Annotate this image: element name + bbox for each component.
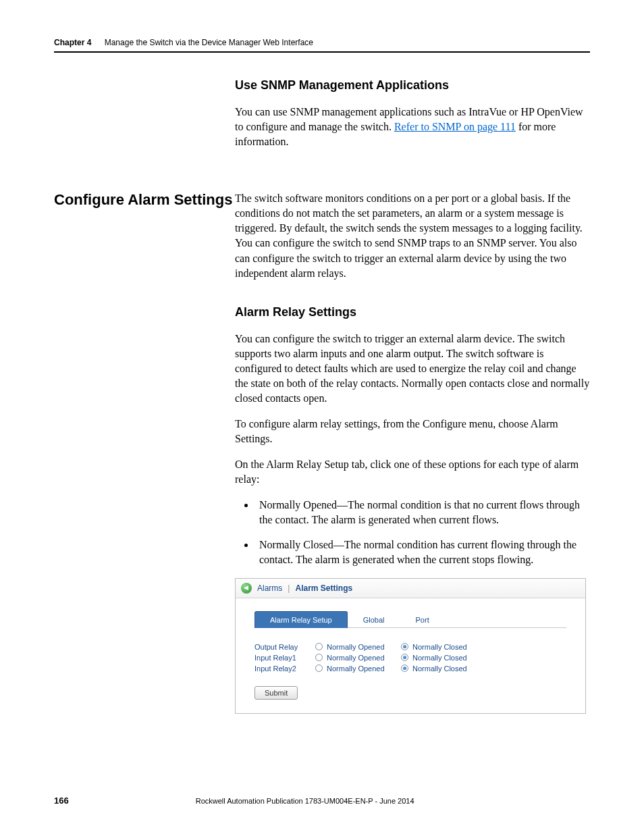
submit-button[interactable]: Submit bbox=[254, 686, 298, 700]
page-number: 166 bbox=[54, 796, 69, 806]
radio-normally-closed[interactable] bbox=[401, 643, 408, 650]
alarm-relay-bullets: Normally Opened—The normal condition is … bbox=[255, 498, 590, 567]
radio-label: Normally Closed bbox=[412, 654, 483, 662]
page-header: Chapter 4 Manage the Switch via the Devi… bbox=[54, 38, 590, 53]
radio-normally-opened[interactable] bbox=[315, 664, 323, 672]
radio-label: Normally Opened bbox=[327, 654, 397, 662]
alarm-relay-p1: You can configure the switch to trigger … bbox=[235, 332, 590, 406]
tab-port[interactable]: Port bbox=[400, 611, 445, 628]
page-footer: 166 Rockwell Automation Publication 1783… bbox=[54, 796, 590, 806]
radio-normally-opened[interactable] bbox=[315, 654, 323, 661]
breadcrumb-current: Alarm Settings bbox=[295, 583, 352, 593]
radio-normally-closed[interactable] bbox=[401, 654, 408, 661]
relay-label: Input Relay1 bbox=[254, 654, 311, 662]
relay-row-input2: Input Relay2 Normally Opened Normally Cl… bbox=[254, 664, 566, 673]
radio-label: Normally Closed bbox=[412, 664, 483, 673]
relay-grid: Output Relay Normally Opened Normally Cl… bbox=[254, 643, 566, 673]
breadcrumb-parent[interactable]: Alarms bbox=[257, 583, 282, 593]
list-item: Normally Opened—The normal condition is … bbox=[255, 498, 587, 527]
tab-alarm-relay-setup[interactable]: Alarm Relay Setup bbox=[254, 611, 348, 628]
alarm-relay-p3: On the Alarm Relay Setup tab, click one … bbox=[235, 457, 590, 487]
relay-label: Input Relay2 bbox=[254, 664, 311, 673]
back-icon[interactable] bbox=[241, 583, 252, 594]
alarm-relay-p2: To configure alarm relay settings, from … bbox=[235, 417, 590, 446]
page-content: Use SNMP Management Applications You can… bbox=[54, 68, 590, 714]
snmp-paragraph: You can use SNMP management applications… bbox=[235, 105, 590, 149]
heading-snmp: Use SNMP Management Applications bbox=[235, 78, 590, 93]
list-item: Normally Closed—The normal condition has… bbox=[255, 538, 587, 567]
relay-row-output: Output Relay Normally Opened Normally Cl… bbox=[254, 643, 566, 651]
snmp-link[interactable]: Refer to SNMP on page 111 bbox=[394, 121, 516, 132]
breadcrumb: Alarms | Alarm Settings bbox=[236, 579, 585, 598]
chapter-label: Chapter 4 bbox=[54, 38, 91, 47]
radio-label: Normally Closed bbox=[412, 643, 483, 651]
relay-row-input1: Input Relay1 Normally Opened Normally Cl… bbox=[254, 654, 566, 662]
configure-paragraph: The switch software monitors conditions … bbox=[235, 191, 590, 280]
relay-label: Output Relay bbox=[254, 643, 311, 651]
chapter-title: Manage the Switch via the Device Manager… bbox=[105, 38, 313, 47]
publication-info: Rockwell Automation Publication 1783-UM0… bbox=[196, 797, 414, 805]
heading-alarm-relay: Alarm Relay Settings bbox=[235, 305, 590, 319]
heading-configure-alarm: Configure Alarm Settings bbox=[54, 191, 232, 209]
radio-label: Normally Opened bbox=[327, 664, 397, 673]
alarm-settings-screenshot: Alarms | Alarm Settings Alarm Relay Setu… bbox=[235, 578, 586, 714]
radio-normally-closed[interactable] bbox=[401, 664, 408, 672]
radio-label: Normally Opened bbox=[327, 643, 397, 651]
radio-normally-opened[interactable] bbox=[315, 643, 323, 650]
tab-global[interactable]: Global bbox=[348, 611, 400, 628]
breadcrumb-separator: | bbox=[288, 583, 290, 593]
tab-bar: Alarm Relay Setup Global Port bbox=[254, 610, 566, 628]
